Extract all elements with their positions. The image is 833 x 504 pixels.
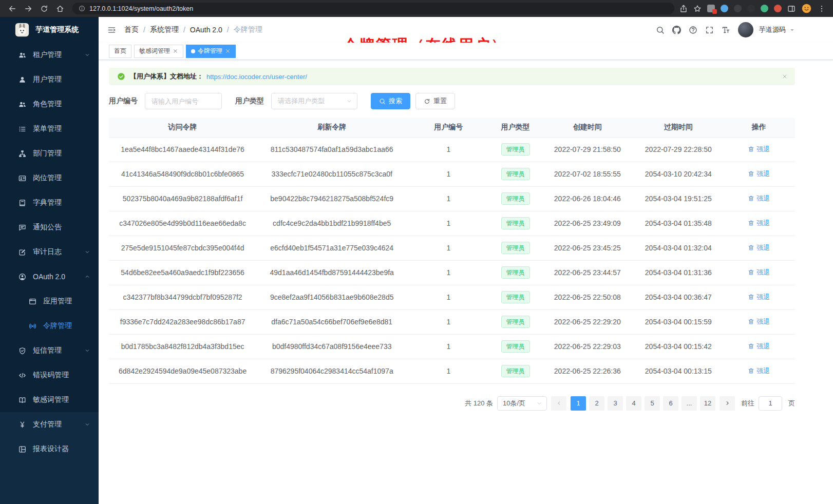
force-logout-button[interactable]: 强退 <box>748 243 770 253</box>
create-time-cell: 2022-07-02 18:55:55 <box>541 162 634 186</box>
extension-icon[interactable] <box>734 5 742 12</box>
reset-button-label: 重置 <box>433 96 447 106</box>
reset-button[interactable]: 重置 <box>415 93 455 109</box>
back-icon[interactable] <box>8 5 16 13</box>
tab-close-icon[interactable] <box>173 48 178 54</box>
caret-down-icon[interactable] <box>789 27 795 33</box>
help-icon[interactable] <box>689 26 697 34</box>
page-button-6[interactable]: 6 <box>663 396 678 411</box>
sidebar-item-sensitive[interactable]: 敏感词管理 <box>0 387 99 412</box>
force-logout-button[interactable]: 强退 <box>748 194 770 203</box>
breadcrumb-item[interactable]: 系统管理 <box>150 25 179 34</box>
next-page-button[interactable] <box>720 396 735 411</box>
share-icon[interactable] <box>679 5 688 13</box>
bookmark-star-icon[interactable] <box>693 5 702 13</box>
expire-time-cell: 2054-03-04 01:35:48 <box>634 211 723 236</box>
sidebar-item-audit[interactable]: 审计日志 <box>0 240 99 264</box>
alert-close-icon[interactable] <box>782 73 788 80</box>
user-name[interactable]: 芋道源码 <box>759 25 786 34</box>
refresh-token-cell: 333ecfc71e02480cb11055c875c3ca0f <box>256 162 407 186</box>
sidebar-item-menu[interactable]: 菜单管理 <box>0 117 99 141</box>
page-button-3[interactable]: 3 <box>608 396 623 411</box>
extension-icon[interactable] <box>774 5 782 12</box>
page-size-select[interactable]: 10条/页 <box>497 396 547 411</box>
extension-icon[interactable] <box>747 5 755 12</box>
trash-icon <box>748 294 754 300</box>
breadcrumb-item[interactable]: OAuth 2.0 <box>190 26 222 34</box>
sidebar-item-dept[interactable]: 部门管理 <box>0 141 99 166</box>
github-icon[interactable] <box>672 26 681 34</box>
force-logout-button[interactable]: 强退 <box>748 145 770 154</box>
breadcrumb-item[interactable]: 首页 <box>124 25 139 34</box>
chevron-up-icon <box>84 274 90 280</box>
sidebar-item-token[interactable]: 令牌管理 <box>0 314 99 338</box>
url-bar[interactable]: 127.0.0.1:1024/system/oauth2/token <box>72 3 674 14</box>
force-logout-button[interactable]: 强退 <box>748 342 770 351</box>
sidebar-item-pay[interactable]: 支付管理 <box>0 412 99 437</box>
menu-dots-icon[interactable] <box>818 5 826 13</box>
extension-icon[interactable] <box>761 5 768 12</box>
fullscreen-icon[interactable] <box>705 26 714 34</box>
tab-token[interactable]: 令牌管理 <box>186 45 236 58</box>
page-button-1[interactable]: 1 <box>571 396 586 411</box>
action-cell: 强退 <box>723 334 795 359</box>
goto-page-input[interactable] <box>759 396 782 411</box>
profile-avatar[interactable] <box>801 3 812 14</box>
page-button-12[interactable]: 12 <box>700 396 715 411</box>
extension-icon[interactable] <box>721 5 728 12</box>
sidebar-item-sms[interactable]: 短信管理 <box>0 338 99 363</box>
sidebar-item-report[interactable]: 报表设计器 <box>0 437 99 461</box>
prev-page-button[interactable] <box>551 396 566 411</box>
edit-icon <box>18 248 26 256</box>
doc-link[interactable]: https://doc.iocoder.cn/user-center/ <box>206 73 307 81</box>
search-button[interactable]: 搜索 <box>371 93 410 109</box>
force-logout-button[interactable]: 强退 <box>748 169 770 179</box>
site-info-icon[interactable] <box>79 5 85 12</box>
user-id-input[interactable] <box>145 93 222 109</box>
sidebar-item-role[interactable]: 角色管理 <box>0 92 99 117</box>
sidebar-item-label: 字典管理 <box>33 198 90 207</box>
sidebar-item-app[interactable]: 应用管理 <box>0 289 99 314</box>
extension-icon[interactable] <box>707 5 715 12</box>
sidebar-item-notice[interactable]: 通知公告 <box>0 215 99 240</box>
trash-icon <box>748 170 754 177</box>
collapse-sidebar-icon[interactable] <box>107 26 116 34</box>
user-avatar[interactable] <box>738 22 753 37</box>
action-cell: 强退 <box>723 309 795 334</box>
tab-home[interactable]: 首页 <box>109 45 131 58</box>
reload-icon[interactable] <box>40 5 48 13</box>
pager-more-button[interactable]: ... <box>681 396 697 411</box>
font-size-icon[interactable] <box>722 26 730 34</box>
page-button-4[interactable]: 4 <box>626 396 641 411</box>
force-logout-button[interactable]: 强退 <box>748 366 770 376</box>
sidebar-item-tenant[interactable]: 租户管理 <box>0 43 99 67</box>
page-button-2[interactable]: 2 <box>589 396 604 411</box>
app-logo[interactable]: 芋道管理系统 <box>0 17 99 43</box>
sidebar-item-oauth2[interactable]: OAuth 2.0 <box>0 264 99 289</box>
force-logout-button[interactable]: 强退 <box>748 219 770 228</box>
logo-image <box>14 22 30 37</box>
create-time-cell: 2022-06-25 23:45:25 <box>541 236 634 260</box>
tab-close-icon[interactable] <box>225 48 231 54</box>
tab-sensitive-word[interactable]: 敏感词管理 <box>134 45 183 58</box>
home-icon[interactable] <box>56 5 64 13</box>
sidebar-item-errcode[interactable]: 错误码管理 <box>0 363 99 387</box>
tab-split-icon[interactable] <box>787 5 796 13</box>
expire-time-cell: 2054-03-04 00:13:15 <box>634 359 723 383</box>
tab-label: 首页 <box>114 47 126 55</box>
page-button-5[interactable]: 5 <box>645 396 660 411</box>
sidebar-item-user[interactable]: 用户管理 <box>0 67 99 92</box>
sidebar-item-post[interactable]: 岗位管理 <box>0 166 99 190</box>
search-button-label: 搜索 <box>389 96 402 106</box>
forward-icon[interactable] <box>24 5 32 13</box>
force-logout-button[interactable]: 强退 <box>748 293 770 302</box>
user-type-select[interactable]: 请选择用户类型 <box>271 93 357 109</box>
breadcrumb-separator: / <box>183 26 185 34</box>
force-logout-button[interactable]: 强退 <box>748 317 770 326</box>
tab-label: 令牌管理 <box>198 47 222 55</box>
sidebar-item-dict[interactable]: 字典管理 <box>0 190 99 215</box>
access-token-cell: c347026e805e4d99b0d116eae66eda8c <box>109 211 256 236</box>
force-logout-button[interactable]: 强退 <box>748 268 770 277</box>
search-icon[interactable] <box>656 26 665 34</box>
user-type-badge: 管理员 <box>501 266 530 279</box>
